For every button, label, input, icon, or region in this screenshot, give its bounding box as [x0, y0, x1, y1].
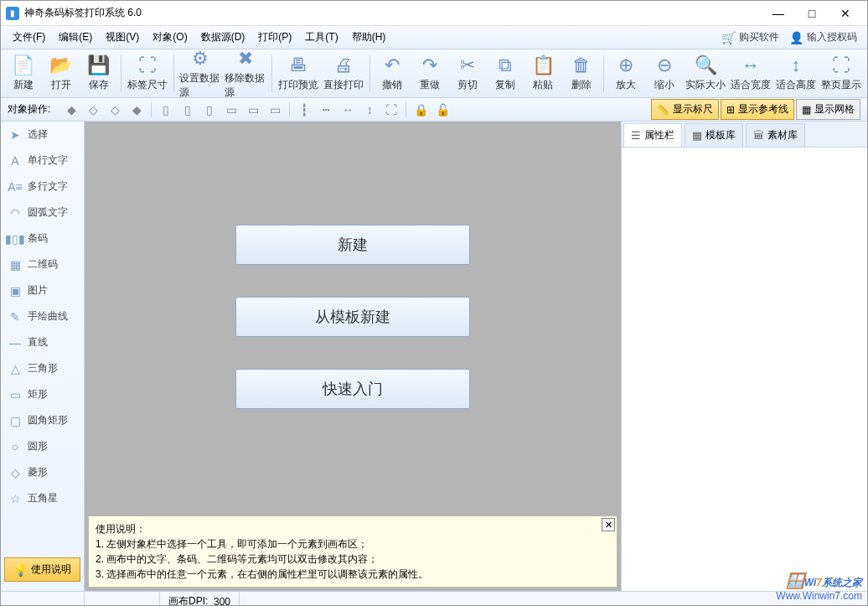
op-back-icon[interactable]: ◇ — [105, 101, 125, 119]
设置数据源-icon: ⚙ — [192, 48, 209, 70]
op-align-l-icon[interactable]: ▯ — [156, 101, 176, 119]
op-size-h-icon[interactable]: ↕ — [359, 101, 380, 119]
toolbar-粘贴[interactable]: 📋粘贴 — [524, 51, 562, 96]
tool-直线[interactable]: —直线 — [1, 329, 84, 355]
license-link[interactable]: 👤输入授权码 — [784, 28, 862, 46]
cart-icon: 🛒 — [721, 31, 736, 44]
手绘曲线-icon: ✎ — [8, 310, 23, 324]
重做-icon: ↷ — [422, 54, 437, 76]
toolbar-放大[interactable]: ⊕放大 — [607, 51, 645, 96]
圆弧文字-icon: ◠ — [8, 206, 23, 220]
圆形-icon: ○ — [8, 440, 23, 453]
menu-datasource[interactable]: 数据源(D) — [194, 27, 252, 48]
toolbar-直接打印[interactable]: 🖨直接打印 — [321, 51, 366, 96]
tool-label: 手绘曲线 — [28, 309, 68, 324]
new-from-template-button[interactable]: 从模板新建 — [235, 297, 470, 337]
toolbar-适合宽度[interactable]: ↔适合宽度 — [728, 51, 773, 96]
op-align-r-icon[interactable]: ▯ — [199, 101, 220, 119]
maximize-button[interactable]: □ — [795, 2, 829, 25]
多行文字-icon: A≡ — [8, 180, 23, 194]
op-align-t-icon[interactable]: ▭ — [221, 101, 241, 119]
toolbar-label: 粘贴 — [533, 78, 553, 92]
buy-link[interactable]: 🛒购买软件 — [716, 28, 784, 46]
canvas-area: 新建 从模板新建 快速入门 ✕ 使用说明： 1. 左侧对象栏中选择一个工具，即可… — [85, 122, 621, 591]
toolbar-重做[interactable]: ↷重做 — [411, 51, 449, 96]
quickstart-button[interactable]: 快速入门 — [235, 369, 470, 409]
tab-properties[interactable]: ☰属性栏 — [623, 123, 682, 147]
op-layer-icon[interactable]: ◆ — [61, 101, 81, 119]
toggle-ruler[interactable]: 📏显示标尺 — [651, 99, 719, 120]
toolbar-删除[interactable]: 🗑删除 — [562, 51, 600, 96]
tool-三角形[interactable]: △三角形 — [1, 355, 84, 381]
tool-圆角矩形[interactable]: ▢圆角矩形 — [1, 407, 84, 433]
window-buttons: — □ ✕ — [762, 2, 862, 25]
op-align-c-icon[interactable]: ▯ — [178, 101, 198, 119]
menubar: 文件(F) 编辑(E) 视图(V) 对象(O) 数据源(D) 打印(P) 工具(… — [1, 26, 867, 49]
toggle-grid[interactable]: ▦显示网格 — [796, 99, 860, 120]
tool-五角星[interactable]: ☆五角星 — [1, 485, 84, 511]
toolbar-复制[interactable]: ⧉复制 — [487, 51, 524, 96]
toolbar-设置数据源[interactable]: ⚙设置数据源 — [178, 51, 223, 96]
menu-print[interactable]: 打印(P) — [251, 27, 298, 48]
toolbar-新建[interactable]: 📄新建 — [4, 51, 42, 96]
close-button[interactable]: ✕ — [829, 2, 862, 25]
tool-选择[interactable]: ➤选择 — [1, 122, 84, 148]
toolbar-label: 撤销 — [382, 78, 402, 92]
tool-矩形[interactable]: ▭矩形 — [1, 381, 84, 407]
toolbar-打开[interactable]: 📂打开 — [42, 51, 80, 96]
toolbar-保存[interactable]: 💾保存 — [80, 51, 117, 96]
toolbar-label: 重做 — [420, 78, 440, 92]
tool-圆弧文字[interactable]: ◠圆弧文字 — [1, 199, 84, 225]
toolbar-打印预览[interactable]: 🖶打印预览 — [276, 51, 321, 96]
op-unlock-icon[interactable]: 🔓 — [432, 101, 452, 119]
toolbar-label: 整页显示 — [821, 78, 861, 92]
toolbar-label: 标签尺寸 — [127, 78, 168, 92]
op-size-icon[interactable]: ⛶ — [381, 101, 401, 119]
toolbar-实际大小[interactable]: 🔍实际大小 — [683, 51, 728, 96]
tool-圆形[interactable]: ○圆形 — [1, 433, 84, 459]
menu-file[interactable]: 文件(F) — [6, 27, 52, 48]
op-dist-v-icon[interactable]: ┅ — [316, 101, 336, 119]
tool-手绘曲线[interactable]: ✎手绘曲线 — [1, 303, 84, 329]
tab-properties-label: 属性栏 — [644, 128, 674, 142]
tool-条码[interactable]: ▮▯▮条码 — [1, 225, 84, 251]
op-front-icon[interactable]: ◇ — [83, 101, 103, 119]
new-button[interactable]: 新建 — [235, 225, 470, 265]
toolbar-label: 打印预览 — [278, 78, 318, 92]
tool-二维码[interactable]: ▦二维码 — [1, 251, 84, 277]
help-close-button[interactable]: ✕ — [602, 518, 615, 531]
menu-tools[interactable]: 工具(T) — [298, 27, 344, 48]
menu-view[interactable]: 视图(V) — [99, 27, 146, 48]
toolbar-整页显示[interactable]: ⛶整页显示 — [819, 51, 864, 96]
license-label: 输入授权码 — [807, 30, 857, 44]
tab-resources-label: 素材库 — [767, 128, 798, 142]
op-dist-h-icon[interactable]: ┇ — [294, 101, 314, 119]
minimize-button[interactable]: — — [762, 2, 795, 25]
help-button[interactable]: 💡使用说明 — [4, 557, 80, 582]
toggle-guide[interactable]: ⊞显示参考线 — [721, 99, 794, 120]
op-size-w-icon[interactable]: ↔ — [338, 101, 358, 119]
tool-多行文字[interactable]: A≡多行文字 — [1, 174, 84, 199]
tool-图片[interactable]: ▣图片 — [1, 277, 84, 303]
op-order-icon[interactable]: ◆ — [127, 101, 147, 119]
toolbar-移除数据源[interactable]: ✖移除数据源 — [223, 51, 268, 96]
tool-label: 矩形 — [28, 387, 48, 401]
toolbar-标签尺寸[interactable]: ⛶标签尺寸 — [125, 51, 170, 96]
op-lock-icon[interactable]: 🔒 — [411, 101, 431, 119]
toolbar-适合高度[interactable]: ↕适合高度 — [773, 51, 819, 96]
toolbar-剪切[interactable]: ✂剪切 — [449, 51, 487, 96]
op-align-b-icon[interactable]: ▭ — [265, 101, 285, 119]
直接打印-icon: 🖨 — [334, 54, 353, 76]
op-align-m-icon[interactable]: ▭ — [243, 101, 263, 119]
toolbar-撤销[interactable]: ↶撤销 — [374, 51, 411, 96]
toggle-grid-label: 显示网格 — [814, 102, 855, 117]
toolbar-缩小[interactable]: ⊖缩小 — [645, 51, 683, 96]
tab-resources[interactable]: 🏛素材库 — [746, 123, 805, 147]
tool-label: 圆弧文字 — [28, 205, 68, 220]
menu-help[interactable]: 帮助(H) — [345, 27, 393, 48]
menu-edit[interactable]: 编辑(E) — [52, 27, 99, 48]
tab-templates[interactable]: ▦模板库 — [685, 123, 743, 147]
menu-object[interactable]: 对象(O) — [146, 27, 194, 48]
tool-菱形[interactable]: ◇菱形 — [1, 459, 84, 485]
tool-单行文字[interactable]: A单行文字 — [1, 148, 84, 174]
